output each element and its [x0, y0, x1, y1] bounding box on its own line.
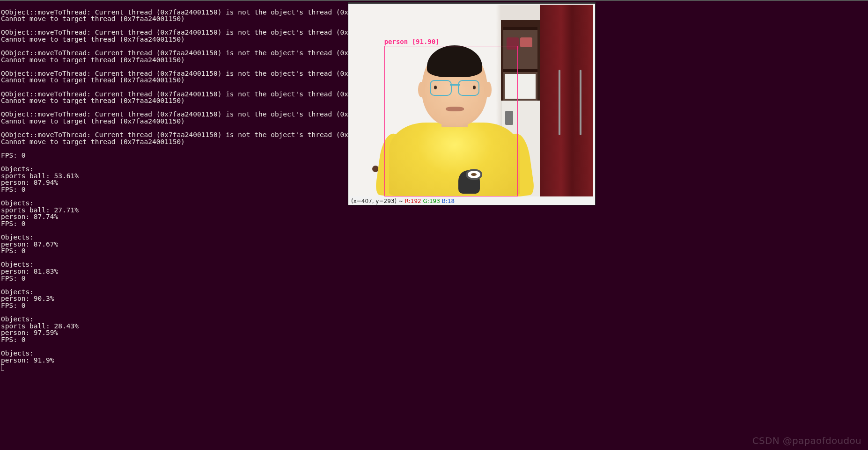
scene-wardrobe: [540, 5, 593, 196]
detection-label: person [91.90]: [384, 38, 440, 45]
terminal-cursor: [1, 364, 4, 370]
status-xy: (x=407, y=293) ~: [351, 198, 405, 204]
video-frame: person [91.90]: [350, 5, 593, 196]
status-b: B:18: [442, 198, 455, 204]
video-status-bar: (x=407, y=293) ~ R:192 G:193 B:18: [351, 198, 455, 204]
opencv-video-window[interactable]: person [91.90] (x=407, y=293) ~ R:192 G:…: [348, 2, 596, 205]
csdn-watermark: CSDN @papaofdoudou: [752, 435, 861, 446]
detection-bounding-box: [384, 46, 518, 196]
video-window-titlebar[interactable]: [348, 3, 595, 4]
terminal-output[interactable]: QObject::moveToThread: Current thread (0…: [1, 9, 347, 370]
status-r: R:192: [405, 198, 421, 204]
camera-scene: person [91.90]: [350, 5, 593, 196]
window-top-edge: [0, 0, 868, 1]
status-g: G:193: [423, 198, 440, 204]
